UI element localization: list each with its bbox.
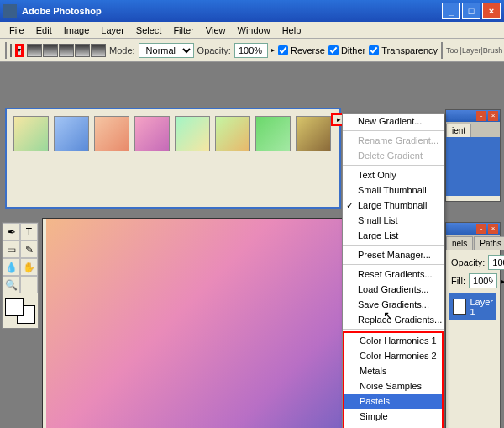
- menu-rename-gradient: Rename Gradient...: [343, 133, 444, 148]
- panel-min-icon[interactable]: -: [476, 224, 486, 234]
- layer-row[interactable]: Layer 1: [449, 293, 496, 320]
- tool-type[interactable]: T: [20, 223, 38, 240]
- opacity-arrow-icon[interactable]: ▸: [271, 46, 275, 54]
- menu-filter[interactable]: Filter: [167, 24, 199, 37]
- menu-set-color-harmonies-1[interactable]: Color Harmonies 1: [344, 333, 442, 348]
- menu-small-list[interactable]: Small List: [343, 213, 444, 228]
- tool-path[interactable]: ✒: [3, 223, 20, 240]
- linear-gradient-button[interactable]: [27, 44, 42, 57]
- color-swatches[interactable]: [3, 296, 37, 325]
- layers-panel: -× nels Paths Opacity:▸ Fill:▸ Layer 1: [445, 222, 501, 428]
- panel-min-icon[interactable]: -: [476, 111, 486, 121]
- gradient-preview[interactable]: [10, 44, 12, 57]
- menu-image[interactable]: Image: [58, 24, 96, 37]
- menu-small-thumb[interactable]: Small Thumbnail: [343, 182, 444, 198]
- gradient-type-group: [27, 44, 106, 57]
- opacity-input[interactable]: [234, 43, 268, 58]
- arrow-icon[interactable]: ▸: [501, 276, 504, 287]
- docked-tabs[interactable]: Tool|Layer|Brush: [446, 46, 502, 55]
- panel-close-icon[interactable]: ×: [488, 224, 498, 234]
- layer-fill-label: Fill:: [451, 276, 465, 286]
- gradient-swatch[interactable]: [134, 116, 170, 151]
- layer-name: Layer 1: [470, 297, 493, 317]
- gradient-swatch[interactable]: [94, 116, 129, 151]
- gradient-flyout-menu: New Gradient... Rename Gradient... Delet…: [342, 113, 444, 428]
- diamond-gradient-button[interactable]: [91, 44, 106, 57]
- menu-view[interactable]: View: [200, 24, 232, 37]
- tool-eyedropper[interactable]: 💧: [3, 258, 20, 276]
- tool-notes[interactable]: ✎: [20, 240, 38, 258]
- title-bar: Adobe Photoshop _ □ ×: [0, 0, 504, 22]
- menu-large-list[interactable]: Large List: [343, 228, 444, 243]
- navigator-panel: -× ient: [445, 109, 501, 202]
- radial-gradient-button[interactable]: [43, 44, 58, 57]
- transparency-checkbox[interactable]: Transparency: [369, 45, 438, 55]
- gradient-picker-panel: [5, 108, 341, 209]
- layer-opacity-label: Opacity:: [451, 257, 485, 267]
- palette-well-button[interactable]: [441, 42, 443, 59]
- workspace: ▸ New Gradient... Rename Gradient... Del…: [0, 62, 504, 428]
- menu-replace-gradients[interactable]: Replace Gradients...: [343, 312, 444, 327]
- tool-zoom[interactable]: 🔍: [3, 276, 20, 293]
- options-bar: ▾ Mode: Normal Opacity: ▸ Reverse Dither…: [0, 39, 504, 62]
- menu-help[interactable]: Help: [276, 24, 307, 37]
- menu-select[interactable]: Select: [130, 24, 168, 37]
- mode-select[interactable]: Normal: [139, 43, 194, 58]
- menu-set-special-effects[interactable]: Special Effects: [344, 424, 442, 428]
- mode-label: Mode:: [109, 45, 135, 55]
- channels-tab[interactable]: nels: [446, 236, 473, 250]
- gradient-swatch[interactable]: [255, 116, 291, 151]
- canvas[interactable]: [46, 219, 381, 428]
- tool-hand[interactable]: ✋: [20, 258, 38, 276]
- maximize-button[interactable]: □: [462, 3, 480, 19]
- paths-tab[interactable]: Paths: [474, 236, 504, 250]
- menu-delete-gradient: Delete Gradient: [343, 148, 444, 163]
- gradient-swatch[interactable]: [13, 116, 49, 151]
- menu-bar: File Edit Image Layer Select Filter View…: [0, 22, 504, 39]
- minimize-button[interactable]: _: [442, 3, 460, 19]
- menu-set-color-harmonies-2[interactable]: Color Harmonies 2: [344, 348, 442, 363]
- menu-text-only[interactable]: Text Only: [343, 167, 444, 182]
- reverse-checkbox[interactable]: Reverse: [278, 45, 325, 55]
- opacity-label: Opacity:: [197, 45, 231, 55]
- gradient-swatch[interactable]: [296, 116, 331, 151]
- menu-load-gradients[interactable]: Load Gradients...: [343, 282, 444, 297]
- angle-gradient-button[interactable]: [59, 44, 74, 57]
- reflected-gradient-button[interactable]: [75, 44, 90, 57]
- nav-tab[interactable]: ient: [446, 124, 471, 137]
- menu-set-noise-samples[interactable]: Noise Samples: [344, 378, 442, 394]
- dither-checkbox[interactable]: Dither: [328, 45, 365, 55]
- menu-window[interactable]: Window: [232, 24, 276, 37]
- menu-file[interactable]: File: [3, 24, 30, 37]
- gradient-swatch[interactable]: [175, 116, 210, 151]
- gradient-swatch[interactable]: [215, 116, 250, 151]
- app-icon: [3, 4, 17, 18]
- menu-large-thumb[interactable]: Large Thumbnail: [343, 198, 444, 213]
- tool-shape[interactable]: ▭: [3, 240, 20, 258]
- layer-opacity-input[interactable]: [488, 255, 504, 270]
- foreground-color[interactable]: [5, 298, 24, 316]
- menu-edit[interactable]: Edit: [30, 24, 58, 37]
- layer-fill-input[interactable]: [469, 273, 497, 288]
- gradient-tool-icon[interactable]: [5, 42, 7, 59]
- gradient-picker-dropdown[interactable]: ▾: [15, 44, 24, 57]
- menu-preset-manager[interactable]: Preset Manager...: [343, 247, 444, 262]
- menu-set-pastels[interactable]: Pastels: [344, 394, 442, 409]
- toolbox: ✒T ▭✎ 💧✋ 🔍: [2, 222, 39, 329]
- menu-layer[interactable]: Layer: [95, 24, 130, 37]
- window-title: Adobe Photoshop: [22, 6, 102, 16]
- menu-new-gradient[interactable]: New Gradient...: [343, 114, 444, 129]
- close-button[interactable]: ×: [482, 3, 501, 19]
- menu-set-simple[interactable]: Simple: [344, 409, 442, 424]
- menu-reset-gradients[interactable]: Reset Gradients...: [343, 267, 444, 282]
- menu-set-metals[interactable]: Metals: [344, 363, 442, 378]
- panel-close-icon[interactable]: ×: [488, 111, 498, 121]
- gradient-swatch[interactable]: [54, 116, 89, 151]
- menu-save-gradients[interactable]: Save Gradients...: [343, 297, 444, 312]
- layer-thumbnail: [453, 299, 466, 315]
